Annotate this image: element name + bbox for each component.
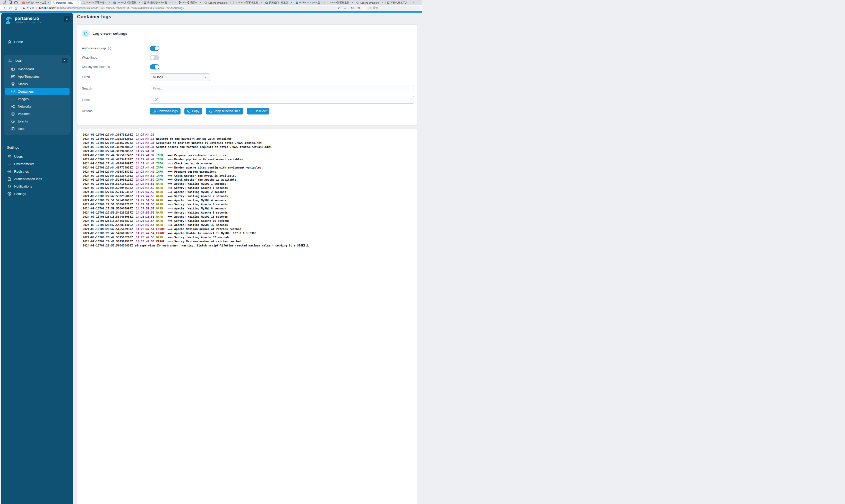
filter-input[interactable]: [150, 85, 414, 92]
log-line[interactable]: 2024-09-10T06:27:45.528948538Z14:27:45.5…: [83, 186, 417, 190]
log-line[interactable]: 2024-09-10T06:28:52.560410436Zs6-supervi…: [83, 244, 417, 248]
password-key-icon[interactable]: [337, 6, 340, 10]
sidebar-item[interactable]: Registries: [1, 168, 73, 175]
log-line[interactable]: 2024-09-10T06:27:45.517103116Z14:27:45.5…: [83, 182, 417, 186]
sidebar-item[interactable]: Images: [5, 95, 70, 103]
sidebar-item[interactable]: Containers: [5, 88, 70, 95]
log-line[interactable]: 2024-09-10T06:27:44.484965897Z14:27:44.4…: [83, 162, 417, 166]
tab-actions-icon[interactable]: [14, 1, 18, 4]
home-button[interactable]: [13, 5, 19, 11]
log-line[interactable]: 2024-09-10T06:27:47.521325413Z14:27:47.5…: [83, 190, 417, 194]
log-line[interactable]: 2024-09-10T06:27:44.523096110Z14:27:44.5…: [83, 178, 417, 182]
log-line[interactable]: 2024-09-10T06:27:44.312967886Z14:27:44.3…: [83, 145, 417, 149]
log-line[interactable]: 2024-09-10T06:28:15.544602879Z14:28:15.5…: [83, 219, 417, 223]
sidebar-item[interactable]: Settings: [1, 190, 73, 198]
sidebar-item[interactable]: Networks: [5, 103, 70, 110]
browser-tab[interactable]: Apache Unable to ×: [355, 1, 385, 5]
tab-close-icon[interactable]: ×: [291, 2, 293, 4]
address-bar[interactable]: 不安全 172.26.192.23:9000/#!/2/docker/conta…: [20, 6, 363, 11]
workspaces-icon[interactable]: [10, 1, 12, 4]
help-icon[interactable]: [108, 47, 111, 50]
tab-favicon: [53, 2, 55, 4]
display-timestamps-toggle[interactable]: [150, 64, 159, 70]
log-line[interactable]: 2024-09-10T06:28:47.548666876Z14:28:47.5…: [83, 231, 417, 235]
log-line[interactable]: 2024-09-10T06:27:44.311675974Z14:27:44.3…: [83, 141, 417, 145]
log-line[interactable]: 2024-09-10T06:27:44.308733105Z14:27:44.3…: [83, 133, 417, 137]
sidebar-item[interactable]: Users: [1, 153, 73, 160]
sidebar-item[interactable]: Events: [5, 118, 70, 125]
browser-tab[interactable]: 我要提问 - 禅道项 ×: [264, 1, 294, 5]
sidebar-item[interactable]: Host: [5, 125, 70, 132]
log-level: WARN: [156, 223, 166, 227]
tab-close-icon[interactable]: ×: [47, 2, 49, 4]
tab-close-icon[interactable]: ×: [260, 2, 262, 4]
sidebar-item[interactable]: Notifications: [1, 183, 73, 190]
sidebar-item[interactable]: Environments: [1, 160, 73, 168]
log-line[interactable]: 2024-09-10T06:27:44.310308200Z14:27:44.3…: [83, 137, 417, 141]
log-line[interactable]: 2024-09-10T06:27:44.325565743Z14:27:44.3…: [83, 153, 417, 158]
environment-header[interactable]: local ✕: [5, 56, 70, 65]
log-line[interactable]: 2024-09-10T06:28:15.534466088Z14:28:15.5…: [83, 215, 417, 219]
sidebar-item-home[interactable]: Home: [1, 38, 73, 46]
log-line[interactable]: 2024-09-10T06:27:51.525402619Z14:27:51.5…: [83, 198, 417, 202]
log-line[interactable]: 2024-09-10T06:27:51.535966716Z14:27:51.5…: [83, 202, 417, 206]
action-button[interactable]: Copy selected lines: [206, 108, 243, 114]
tab-close-icon[interactable]: ×: [78, 2, 80, 4]
action-button[interactable]: Download logs: [150, 108, 180, 114]
back-button[interactable]: [2, 5, 7, 11]
browser-tab[interactable]: 禅道使用docker安 ×: [142, 1, 173, 5]
browser-search-box[interactable]: 搜索: [365, 6, 420, 11]
browser-tab[interactable]: Apache Unable to ×: [203, 1, 233, 5]
wrap-lines-toggle[interactable]: [150, 55, 159, 60]
log-line[interactable]: 2024-09-10T06:27:44.487774938Z14:27:44.4…: [83, 166, 417, 170]
action-button[interactable]: Unselect: [247, 108, 270, 114]
favorite-star-icon[interactable]: [357, 6, 360, 10]
browser-tab[interactable]: 【Docker】安装M ×: [173, 1, 203, 5]
docker-whale-icon: [8, 58, 12, 63]
tab-close-icon[interactable]: ×: [230, 2, 232, 4]
log-line[interactable]: 2024-09-10T06:27:44.313942852Z14:27:44.3…: [83, 149, 417, 153]
sidebar-item[interactable]: Stacks: [5, 80, 70, 88]
browser-tab[interactable]: docker 部署禅道 3 ×: [81, 1, 112, 5]
read-aloud-icon[interactable]: [350, 6, 353, 10]
log-line[interactable]: 2024-09-10T06:27:44.498828870Z14:27:44.4…: [83, 170, 417, 174]
tab-close-icon[interactable]: ×: [108, 2, 110, 4]
fetch-select[interactable]: All logs: [150, 73, 210, 81]
auto-refresh-toggle[interactable]: [150, 46, 159, 51]
browser-tab[interactable]: docker部署禅道及 ×: [325, 1, 355, 5]
tab-close-icon[interactable]: ×: [139, 2, 141, 4]
log-line[interactable]: 2024-09-10T06:28:47.554584518Z14:28:47.5…: [83, 239, 417, 244]
sidebar-item[interactable]: Authentication logs: [1, 175, 73, 183]
tab-close-icon[interactable]: ×: [351, 2, 353, 4]
log-line[interactable]: 2024-09-10T06:28:47.542831406Z14:28:47.5…: [83, 223, 417, 227]
log-line[interactable]: 2024-09-10T06:27:44.512367193Z14:27:44.5…: [83, 174, 417, 178]
sidebar-item[interactable]: App Templates: [5, 73, 70, 80]
sidebar-item[interactable]: Volumes: [5, 110, 70, 118]
log-line[interactable]: 2024-09-10T06:27:47.532255802Z14:27:47.5…: [83, 194, 417, 198]
environment-close-icon[interactable]: ✕: [62, 58, 68, 63]
browser-tab[interactable]: docker-compose启 ×: [294, 1, 325, 5]
sidebar-item[interactable]: Dashboard: [5, 65, 70, 73]
browser-tab[interactable]: 如何在CentOS上通 ×: [21, 1, 51, 5]
browser-tab[interactable]: docker部署禅道及 ×: [233, 1, 264, 5]
sidebar-collapse-button[interactable]: «: [64, 16, 70, 22]
lines-input[interactable]: [150, 96, 414, 104]
log-line[interactable]: 2024-09-10T06:27:44.478344102Z14:27:44.4…: [83, 158, 417, 162]
tab-close-icon[interactable]: ×: [321, 2, 323, 4]
tab-close-icon[interactable]: ×: [412, 2, 414, 4]
browser-tab[interactable]: 可视化开发工具 ×: [385, 1, 416, 5]
tab-close-icon[interactable]: ×: [199, 2, 202, 4]
browser-tab[interactable]: docker方式部署禅 ×: [112, 1, 142, 5]
log-line[interactable]: 2024-09-10T06:27:59.540250257Z14:27:59.5…: [83, 211, 417, 215]
log-line[interactable]: 2024-09-10T06:28:47.551518288Z14:28:47.5…: [83, 235, 417, 239]
log-line[interactable]: 2024-09-10T06:27:59.530006993Z14:27:59.5…: [83, 206, 417, 211]
browser-profile-avatar[interactable]: [3, 1, 6, 4]
tab-close-icon[interactable]: ×: [382, 2, 384, 4]
log-line[interactable]: 2024-09-10T06:28:47.545563937Z14:28:47.5…: [83, 227, 417, 231]
zoom-in-icon[interactable]: [344, 6, 347, 10]
browser-tab[interactable]: Portainer | local ×: [51, 1, 81, 5]
fetch-label: Fetch: [82, 75, 90, 79]
tab-close-icon[interactable]: ×: [169, 2, 171, 4]
action-button[interactable]: Copy: [185, 108, 202, 114]
reload-button[interactable]: [8, 5, 13, 11]
